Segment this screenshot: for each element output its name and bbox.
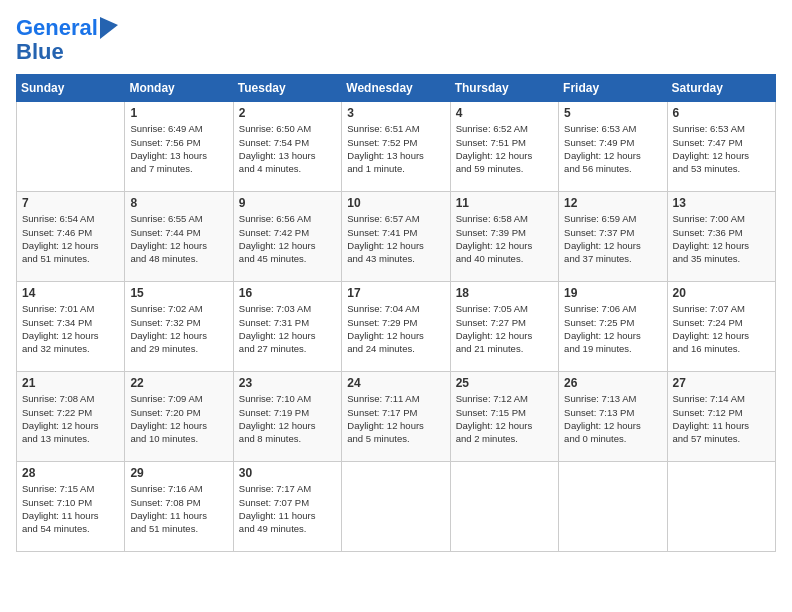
logo-text-line1: General [16,16,98,40]
day-number: 29 [130,466,227,480]
cell-details: Sunrise: 6:55 AMSunset: 7:44 PMDaylight:… [130,212,227,265]
logo-text-line2: Blue [16,40,64,64]
day-number: 5 [564,106,661,120]
calendar-cell: 20Sunrise: 7:07 AMSunset: 7:24 PMDayligh… [667,282,775,372]
day-number: 12 [564,196,661,210]
calendar-cell [559,462,667,552]
cell-details: Sunrise: 7:09 AMSunset: 7:20 PMDaylight:… [130,392,227,445]
cell-details: Sunrise: 6:59 AMSunset: 7:37 PMDaylight:… [564,212,661,265]
calendar-cell: 2Sunrise: 6:50 AMSunset: 7:54 PMDaylight… [233,102,341,192]
cell-details: Sunrise: 6:52 AMSunset: 7:51 PMDaylight:… [456,122,553,175]
calendar-cell: 29Sunrise: 7:16 AMSunset: 7:08 PMDayligh… [125,462,233,552]
cell-details: Sunrise: 6:49 AMSunset: 7:56 PMDaylight:… [130,122,227,175]
day-number: 26 [564,376,661,390]
calendar-cell: 22Sunrise: 7:09 AMSunset: 7:20 PMDayligh… [125,372,233,462]
logo: General Blue [16,16,118,64]
column-header-monday: Monday [125,75,233,102]
cell-details: Sunrise: 7:11 AMSunset: 7:17 PMDaylight:… [347,392,444,445]
calendar-cell: 16Sunrise: 7:03 AMSunset: 7:31 PMDayligh… [233,282,341,372]
column-header-friday: Friday [559,75,667,102]
day-number: 23 [239,376,336,390]
day-number: 27 [673,376,770,390]
day-number: 9 [239,196,336,210]
cell-details: Sunrise: 7:04 AMSunset: 7:29 PMDaylight:… [347,302,444,355]
day-number: 17 [347,286,444,300]
day-number: 1 [130,106,227,120]
day-number: 10 [347,196,444,210]
cell-details: Sunrise: 7:06 AMSunset: 7:25 PMDaylight:… [564,302,661,355]
cell-details: Sunrise: 6:53 AMSunset: 7:49 PMDaylight:… [564,122,661,175]
cell-details: Sunrise: 7:08 AMSunset: 7:22 PMDaylight:… [22,392,119,445]
cell-details: Sunrise: 6:56 AMSunset: 7:42 PMDaylight:… [239,212,336,265]
calendar-body: 1Sunrise: 6:49 AMSunset: 7:56 PMDaylight… [17,102,776,552]
calendar-cell: 10Sunrise: 6:57 AMSunset: 7:41 PMDayligh… [342,192,450,282]
cell-details: Sunrise: 7:03 AMSunset: 7:31 PMDaylight:… [239,302,336,355]
calendar-table: SundayMondayTuesdayWednesdayThursdayFrid… [16,74,776,552]
day-number: 28 [22,466,119,480]
day-number: 3 [347,106,444,120]
calendar-cell: 21Sunrise: 7:08 AMSunset: 7:22 PMDayligh… [17,372,125,462]
week-row-1: 1Sunrise: 6:49 AMSunset: 7:56 PMDaylight… [17,102,776,192]
cell-details: Sunrise: 6:51 AMSunset: 7:52 PMDaylight:… [347,122,444,175]
day-number: 8 [130,196,227,210]
cell-details: Sunrise: 7:07 AMSunset: 7:24 PMDaylight:… [673,302,770,355]
day-number: 16 [239,286,336,300]
cell-details: Sunrise: 6:50 AMSunset: 7:54 PMDaylight:… [239,122,336,175]
cell-details: Sunrise: 7:12 AMSunset: 7:15 PMDaylight:… [456,392,553,445]
day-number: 19 [564,286,661,300]
week-row-4: 21Sunrise: 7:08 AMSunset: 7:22 PMDayligh… [17,372,776,462]
calendar-cell: 25Sunrise: 7:12 AMSunset: 7:15 PMDayligh… [450,372,558,462]
calendar-cell: 3Sunrise: 6:51 AMSunset: 7:52 PMDaylight… [342,102,450,192]
cell-details: Sunrise: 7:15 AMSunset: 7:10 PMDaylight:… [22,482,119,535]
calendar-cell: 11Sunrise: 6:58 AMSunset: 7:39 PMDayligh… [450,192,558,282]
calendar-cell: 12Sunrise: 6:59 AMSunset: 7:37 PMDayligh… [559,192,667,282]
cell-details: Sunrise: 7:10 AMSunset: 7:19 PMDaylight:… [239,392,336,445]
calendar-cell: 26Sunrise: 7:13 AMSunset: 7:13 PMDayligh… [559,372,667,462]
day-number: 25 [456,376,553,390]
column-header-thursday: Thursday [450,75,558,102]
day-number: 6 [673,106,770,120]
column-header-tuesday: Tuesday [233,75,341,102]
calendar-cell [17,102,125,192]
calendar-cell: 23Sunrise: 7:10 AMSunset: 7:19 PMDayligh… [233,372,341,462]
calendar-cell: 7Sunrise: 6:54 AMSunset: 7:46 PMDaylight… [17,192,125,282]
cell-details: Sunrise: 7:00 AMSunset: 7:36 PMDaylight:… [673,212,770,265]
calendar-cell: 6Sunrise: 6:53 AMSunset: 7:47 PMDaylight… [667,102,775,192]
calendar-header-row: SundayMondayTuesdayWednesdayThursdayFrid… [17,75,776,102]
column-header-wednesday: Wednesday [342,75,450,102]
logo-icon [100,17,118,39]
calendar-cell: 8Sunrise: 6:55 AMSunset: 7:44 PMDaylight… [125,192,233,282]
calendar-cell [342,462,450,552]
cell-details: Sunrise: 6:57 AMSunset: 7:41 PMDaylight:… [347,212,444,265]
day-number: 11 [456,196,553,210]
cell-details: Sunrise: 7:02 AMSunset: 7:32 PMDaylight:… [130,302,227,355]
calendar-cell: 27Sunrise: 7:14 AMSunset: 7:12 PMDayligh… [667,372,775,462]
cell-details: Sunrise: 7:16 AMSunset: 7:08 PMDaylight:… [130,482,227,535]
cell-details: Sunrise: 6:53 AMSunset: 7:47 PMDaylight:… [673,122,770,175]
calendar-cell: 4Sunrise: 6:52 AMSunset: 7:51 PMDaylight… [450,102,558,192]
calendar-cell: 9Sunrise: 6:56 AMSunset: 7:42 PMDaylight… [233,192,341,282]
day-number: 21 [22,376,119,390]
cell-details: Sunrise: 6:54 AMSunset: 7:46 PMDaylight:… [22,212,119,265]
cell-details: Sunrise: 6:58 AMSunset: 7:39 PMDaylight:… [456,212,553,265]
calendar-cell: 14Sunrise: 7:01 AMSunset: 7:34 PMDayligh… [17,282,125,372]
day-number: 15 [130,286,227,300]
calendar-cell: 15Sunrise: 7:02 AMSunset: 7:32 PMDayligh… [125,282,233,372]
svg-marker-0 [100,17,118,39]
cell-details: Sunrise: 7:17 AMSunset: 7:07 PMDaylight:… [239,482,336,535]
day-number: 14 [22,286,119,300]
calendar-cell: 19Sunrise: 7:06 AMSunset: 7:25 PMDayligh… [559,282,667,372]
calendar-cell: 13Sunrise: 7:00 AMSunset: 7:36 PMDayligh… [667,192,775,282]
cell-details: Sunrise: 7:13 AMSunset: 7:13 PMDaylight:… [564,392,661,445]
page-header: General Blue [16,16,776,64]
day-number: 4 [456,106,553,120]
day-number: 20 [673,286,770,300]
day-number: 2 [239,106,336,120]
calendar-cell: 17Sunrise: 7:04 AMSunset: 7:29 PMDayligh… [342,282,450,372]
week-row-3: 14Sunrise: 7:01 AMSunset: 7:34 PMDayligh… [17,282,776,372]
calendar-cell: 18Sunrise: 7:05 AMSunset: 7:27 PMDayligh… [450,282,558,372]
week-row-5: 28Sunrise: 7:15 AMSunset: 7:10 PMDayligh… [17,462,776,552]
day-number: 7 [22,196,119,210]
calendar-cell [450,462,558,552]
day-number: 13 [673,196,770,210]
